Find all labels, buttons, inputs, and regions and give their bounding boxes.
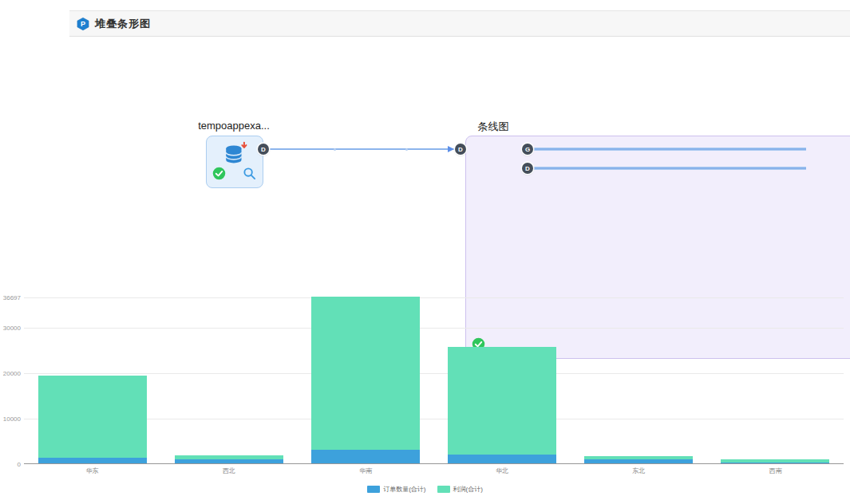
bar-segment[interactable] [38,458,147,463]
y-tick-label: 0 [18,461,21,468]
gridline [24,419,844,419]
y-tick-label: 30000 [3,325,21,332]
x-tick-label: 华南 [297,467,433,475]
bar-西北[interactable] [175,455,283,463]
gridline [24,328,844,329]
edge-from-d-port[interactable] [533,167,806,170]
y-tick-label: 20000 [3,370,21,377]
edge-datasource-to-chart[interactable] [270,148,455,150]
page-title: 堆叠条形图 [95,17,151,31]
x-tick-label: 华东 [24,467,160,475]
node-label-datasource: tempoappexa... [182,120,286,132]
success-check-icon [212,167,226,183]
node-datasource[interactable] [206,136,263,188]
gridline [24,373,844,374]
legend-label: 订单数量(合计) [383,485,425,494]
edge-dot [405,148,408,151]
node-label-chart: 条线图 [441,120,545,134]
bar-segment[interactable] [311,297,420,450]
gridline [24,297,844,298]
page-header: P 堆叠条形图 [69,10,850,37]
edge-dot [334,148,336,151]
bar-segment[interactable] [175,459,283,463]
bar-华东[interactable] [38,376,147,463]
legend-item[interactable]: 利润(合计) [437,485,483,494]
legend-label: 利润(合计) [453,485,483,494]
database-icon [207,141,263,168]
stacked-bar-chart: 010000200003000036697 华东西北华南华北东北西南 订单数量(… [0,281,850,504]
output-port-d-chart[interactable]: D [522,163,533,174]
bar-segment[interactable] [448,347,556,454]
y-tick-label: 36697 [3,294,21,301]
x-axis-labels: 华东西北华南华北东北西南 [24,467,844,476]
output-port-d-datasource[interactable]: D [258,144,269,155]
logo-letter: P [81,20,85,28]
bar-segment[interactable] [311,450,420,463]
chart-legend: 订单数量(合计)利润(合计) [0,485,850,494]
x-tick-label: 西北 [160,467,297,475]
bar-东北[interactable] [584,456,693,463]
legend-swatch [437,486,450,493]
bar-segment[interactable] [38,376,147,458]
edge-from-g-port[interactable] [533,148,806,151]
bar-西南[interactable] [721,459,829,463]
plot-area [24,297,844,464]
bar-segment[interactable] [584,459,693,463]
output-port-g-chart[interactable]: G [522,144,533,155]
legend-swatch [367,486,380,493]
x-tick-label: 华北 [434,467,571,475]
legend-item[interactable]: 订单数量(合计) [367,485,425,494]
edge-arrowhead [448,146,454,152]
x-tick-label: 西南 [707,467,844,475]
y-tick-label: 10000 [3,415,21,423]
bar-华北[interactable] [448,347,556,463]
bar-segment[interactable] [721,463,829,463]
preview-magnifier-icon[interactable] [243,167,256,183]
x-tick-label: 东北 [571,467,707,475]
workflow-canvas[interactable]: tempoappexa... D [0,37,850,277]
input-port-d-chart[interactable]: D [455,144,466,155]
bar-segment[interactable] [448,455,556,463]
app-logo-icon: P [76,17,90,31]
bar-华南[interactable] [311,297,420,463]
y-axis-labels: 010000200003000036697 [0,297,21,464]
